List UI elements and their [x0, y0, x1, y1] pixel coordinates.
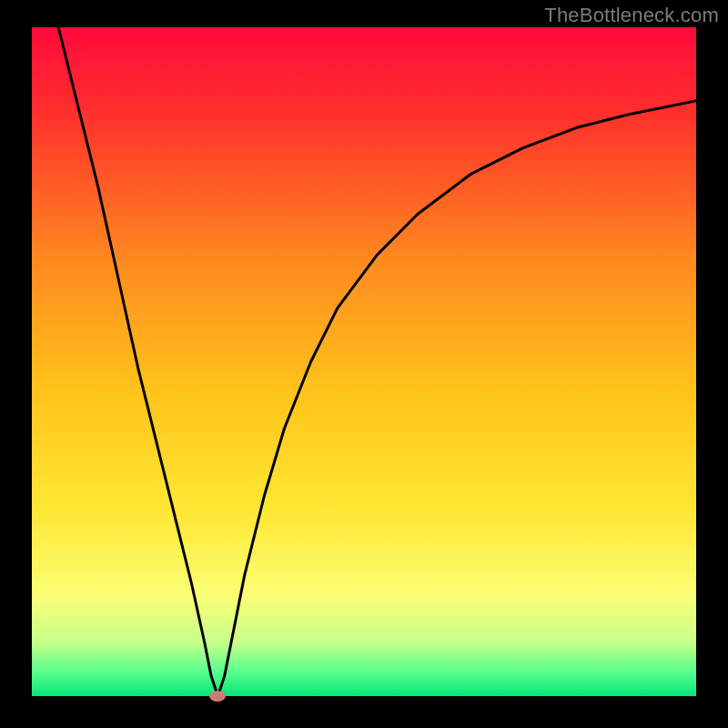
bottleneck-chart [0, 0, 728, 728]
chart-frame: TheBottleneck.com [0, 0, 728, 728]
watermark-text: TheBottleneck.com [544, 4, 719, 27]
gradient-background [32, 27, 696, 696]
